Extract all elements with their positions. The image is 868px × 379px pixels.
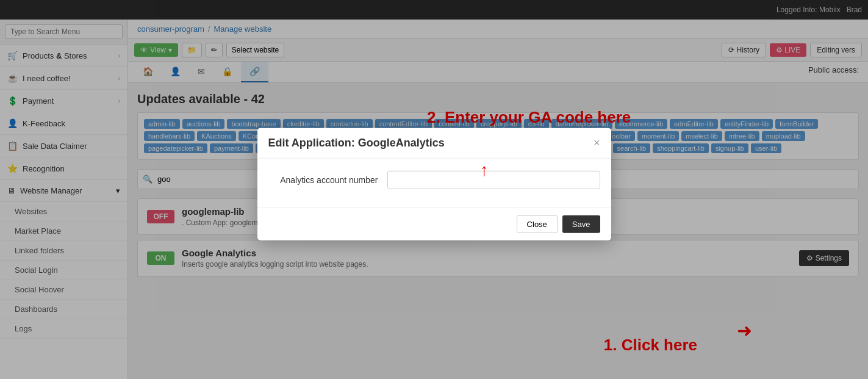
modal-save-button[interactable]: Save: [562, 215, 600, 233]
modal-body: Analytics account number: [257, 158, 611, 207]
modal-header: Edit Application: GoogleAnalytics ×: [257, 128, 611, 158]
modal-analytics-input[interactable]: [387, 170, 600, 189]
modal-close-button[interactable]: Close: [517, 215, 558, 233]
modal-analytics-label: Analytics account number: [268, 175, 378, 184]
modal: Edit Application: GoogleAnalytics × Anal…: [257, 128, 611, 240]
modal-close-x-button[interactable]: ×: [594, 136, 600, 149]
modal-title: Edit Application: GoogleAnalytics: [268, 136, 445, 149]
modal-footer: Close Save: [257, 207, 611, 240]
